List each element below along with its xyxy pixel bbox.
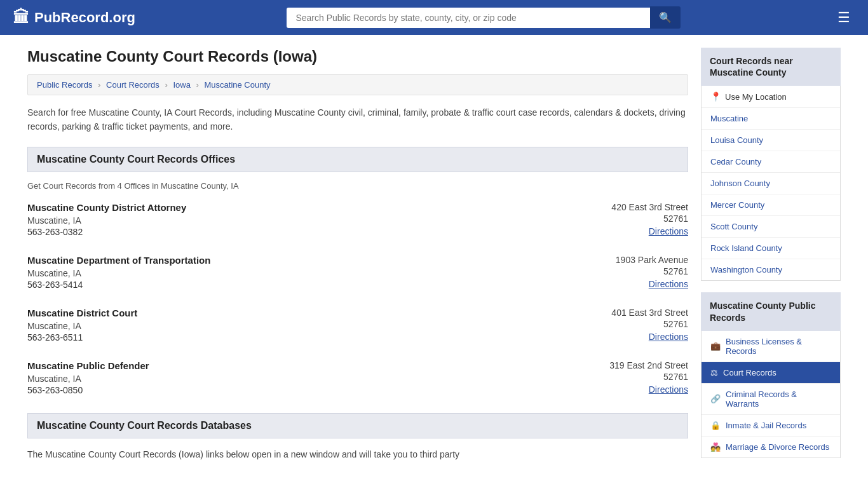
office-name: Muscatine County District Attorney [27, 202, 186, 213]
sidebar-nearby-item[interactable]: Muscatine [702, 108, 840, 130]
sidebar: Court Records nearMuscatine County 📍 Use… [701, 48, 841, 461]
office-phone: 563-263-6511 [27, 332, 137, 342]
office-right: 401 East 3rd Street 52761 Directions [587, 308, 688, 342]
use-location-label: Use My Location [725, 92, 787, 102]
search-button[interactable]: 🔍 [650, 6, 681, 29]
pr-label: Criminal Records & Warrants [726, 390, 831, 409]
office-entry: Muscatine Public Defender Muscatine, IA … [27, 360, 688, 398]
search-bar: 🔍 [287, 6, 681, 29]
office-entry: Muscatine District Court Muscatine, IA 5… [27, 308, 688, 345]
office-entry: Muscatine Department of Transportation M… [27, 255, 688, 292]
hamburger-icon: ☰ [837, 10, 850, 25]
pr-icon: 💼 [710, 341, 721, 351]
pr-label: Marriage & Divorce Records [726, 442, 829, 452]
breadcrumb-iowa[interactable]: Iowa [173, 80, 190, 90]
breadcrumb-court-records[interactable]: Court Records [106, 80, 159, 90]
office-zip: 52761 [587, 372, 688, 382]
offices-section-header: Muscatine County Court Records Offices [27, 147, 688, 172]
sidebar-nearby-item[interactable]: Washington County [702, 259, 840, 280]
offices-list: Muscatine County District Attorney Musca… [27, 202, 688, 398]
office-address: 420 East 3rd Street [587, 202, 688, 212]
office-address: 1903 Park Avenue [587, 255, 688, 265]
office-name: Muscatine District Court [27, 308, 137, 318]
sidebar-nearby-item[interactable]: Rock Island County [702, 238, 840, 259]
logo-text: PubRecord.org [34, 10, 135, 26]
pubrecords-items-container: 💼Business Licenses & Records⚖Court Recor… [702, 331, 840, 458]
sidebar-nearby-list: 📍 Use My Location MuscatineLouisa County… [701, 86, 841, 281]
pr-label: Business Licenses & Records [726, 337, 831, 356]
sidebar-pubrecord-item[interactable]: 💼Business Licenses & Records [702, 331, 840, 362]
offices-subtext: Get Court Records from 4 Offices in Musc… [27, 181, 688, 191]
site-header: 🏛 PubRecord.org 🔍 ☰ [0, 0, 868, 35]
office-left: Muscatine District Court Muscatine, IA 5… [27, 308, 137, 342]
sidebar-pubrecords-list: 💼Business Licenses & Records⚖Court Recor… [701, 331, 841, 458]
sidebar-nearby-item[interactable]: Cedar County [702, 151, 840, 173]
menu-button[interactable]: ☰ [832, 7, 855, 29]
sidebar-pubrecords-title: Muscatine County PublicRecords [701, 292, 841, 330]
page-description: Search for free Muscatine County, IA Cou… [27, 105, 688, 134]
pr-label: Inmate & Jail Records [726, 421, 806, 430]
office-entry: Muscatine County District Attorney Musca… [27, 202, 688, 240]
directions-link[interactable]: Directions [649, 226, 688, 236]
sidebar-nearby-item[interactable]: Louisa County [702, 130, 840, 151]
office-address: 319 East 2nd Street [587, 360, 688, 370]
sidebar-nearby-item[interactable]: Johnson County [702, 173, 840, 194]
directions-link[interactable]: Directions [649, 384, 688, 395]
pr-icon: 🔗 [710, 394, 721, 403]
databases-description: The Muscatine County Court Records (Iowa… [27, 447, 688, 461]
office-right: 1903 Park Avenue 52761 Directions [587, 255, 688, 290]
sidebar-pubrecord-item[interactable]: 💑Marriage & Divorce Records [702, 437, 840, 458]
logo-icon: 🏛 [13, 8, 29, 27]
office-right: 420 East 3rd Street 52761 Directions [587, 202, 688, 237]
office-name: Muscatine Department of Transportation [27, 255, 210, 266]
office-city: Muscatine, IA [27, 268, 210, 278]
office-phone: 563-263-0382 [27, 227, 186, 237]
databases-section-header: Muscatine County Court Records Databases [27, 413, 688, 438]
search-icon: 🔍 [659, 12, 672, 23]
page-container: Muscatine County Court Records (Iowa) Pu… [15, 35, 853, 487]
sidebar-pubrecord-item[interactable]: ⚖Court Records [702, 362, 840, 384]
sidebar-nearby-title: Court Records nearMuscatine County [701, 48, 841, 86]
office-zip: 52761 [587, 319, 688, 329]
pr-icon: ⚖ [710, 368, 718, 377]
sidebar-use-location[interactable]: 📍 Use My Location [702, 86, 840, 108]
office-name: Muscatine Public Defender [27, 360, 149, 371]
nearby-items-container: MuscatineLouisa CountyCedar CountyJohnso… [702, 108, 840, 280]
pr-label: Court Records [723, 368, 776, 377]
office-phone: 563-263-5414 [27, 280, 210, 290]
sidebar-pubrecord-item[interactable]: 🔒Inmate & Jail Records [702, 415, 840, 437]
office-left: Muscatine Public Defender Muscatine, IA … [27, 360, 149, 395]
office-zip: 52761 [587, 266, 688, 276]
directions-link[interactable]: Directions [649, 332, 688, 342]
office-address: 401 East 3rd Street [587, 308, 688, 318]
search-input[interactable] [287, 8, 650, 28]
breadcrumb-muscatine-county[interactable]: Muscatine County [205, 80, 271, 90]
office-city: Muscatine, IA [27, 321, 137, 331]
location-icon: 📍 [710, 92, 721, 102]
site-logo[interactable]: 🏛 PubRecord.org [13, 8, 135, 27]
sidebar-pubrecord-item[interactable]: 🔗Criminal Records & Warrants [702, 384, 840, 415]
office-right: 319 East 2nd Street 52761 Directions [587, 360, 688, 395]
pr-icon: 🔒 [710, 421, 721, 430]
office-city: Muscatine, IA [27, 215, 186, 226]
directions-link[interactable]: Directions [649, 279, 688, 289]
office-zip: 52761 [587, 214, 688, 224]
office-phone: 563-263-0850 [27, 385, 149, 395]
sidebar-nearby-item[interactable]: Mercer County [702, 194, 840, 216]
office-left: Muscatine Department of Transportation M… [27, 255, 210, 290]
office-left: Muscatine County District Attorney Musca… [27, 202, 186, 237]
breadcrumb-public-records[interactable]: Public Records [37, 80, 92, 90]
main-content: Muscatine County Court Records (Iowa) Pu… [27, 48, 688, 461]
breadcrumb: Public Records › Court Records › Iowa › … [27, 74, 688, 95]
office-city: Muscatine, IA [27, 374, 149, 384]
pr-icon: 💑 [710, 442, 721, 452]
sidebar-nearby-item[interactable]: Scott County [702, 216, 840, 238]
page-title: Muscatine County Court Records (Iowa) [27, 48, 688, 65]
